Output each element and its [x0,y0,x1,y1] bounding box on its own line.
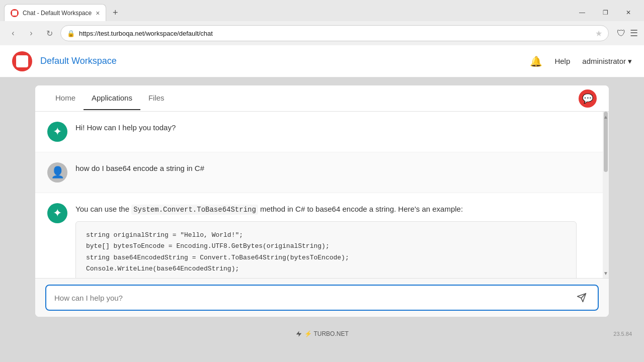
window-controls: — ❐ ✕ [571,5,640,21]
tab-favicon [11,9,19,17]
maximize-button[interactable]: ❐ [594,5,617,21]
header-right: 🔔 Help administrator ▾ [530,55,632,67]
input-area [35,278,609,317]
address-bar: ‹ › ↻ 🔒 https://test.turboqa.net/workspa… [0,21,644,45]
forward-button[interactable]: › [24,26,38,40]
code-line: Console.WriteLine(base64EncodedString); [86,263,566,275]
notifications-bell[interactable]: 🔔 [530,55,542,67]
code-line: string originalString = "Hello, World!"; [86,230,566,241]
menu-icon[interactable]: ☰ [630,28,638,39]
code-line: string base64EncodedString = Convert.ToB… [86,252,566,263]
user-avatar: 👤 [47,162,67,183]
refresh-button[interactable]: ↻ [42,26,56,40]
message-suffix: method in C# to base64 encode a string. … [258,205,463,213]
app-header: Default Workspace 🔔 Help administrator ▾ [0,45,644,77]
admin-label: administrator [582,57,626,65]
tab-home[interactable]: Home [47,86,84,110]
footer-logo: ⚡ TURBO.NET [295,330,348,337]
tab-close-button[interactable]: × [96,10,100,17]
version-text: 23.5.84 [613,331,632,337]
user-icon: 👤 [51,166,64,179]
message-content: how do I base64 encode a string in C# [75,162,597,174]
chat-bubble-icon: 💬 [582,93,593,104]
chat-input[interactable] [54,294,568,302]
ai-avatar: ✦ [47,122,67,142]
gpt-icon: ✦ [53,207,62,220]
app-logo[interactable] [12,51,32,71]
admin-dropdown[interactable]: administrator ▾ [582,57,632,66]
url-text: https://test.turboqa.net/workspace/defau… [79,30,591,37]
code-line: byte[] bytesToEncode = Encoding.UTF8.Get… [86,241,566,252]
chat-toggle-icon[interactable]: 💬 [579,89,597,108]
admin-arrow: ▾ [628,57,632,66]
message-row: ✦ You can use the System.Convert.ToBase6… [35,193,609,278]
input-box [45,285,599,311]
gpt-icon: ✦ [53,125,62,138]
inline-code: System.Convert.ToBase64String [131,205,258,215]
scroll-up-arrow[interactable]: ▲ [603,112,608,122]
help-link[interactable]: Help [554,57,570,65]
message-content: You can use the System.Convert.ToBase64S… [75,203,597,278]
ai-avatar: ✦ [47,203,67,223]
back-button[interactable]: ‹ [6,26,20,40]
chat-container: Home Applications Files 💬 ▲ ▼ ✦ [35,85,609,317]
chat-nav-tabs: Home Applications Files 💬 [35,85,609,112]
minimize-button[interactable]: — [571,5,594,21]
message-text: how do I base64 encode a string in C# [75,164,204,172]
messages-area: ▲ ▼ ✦ Hi! How can I help you today? 👤 ho… [35,112,609,278]
close-button[interactable]: ✕ [617,5,640,21]
scrollbar-track: ▲ ▼ [603,112,609,278]
tab-bar: Chat - Default Workspace × + — ❐ ✕ [0,0,644,21]
message-row: 👤 how do I base64 encode a string in C# [35,152,609,193]
toolbar-right: 🛡 ☰ [617,28,638,39]
scroll-down-arrow[interactable]: ▼ [603,268,608,278]
message-row: ✦ Hi! How can I help you today? [35,112,609,152]
tab-title: Chat - Default Workspace [23,10,92,17]
shield-icon[interactable]: 🛡 [617,28,626,39]
new-tab-button[interactable]: + [108,6,122,20]
tab-applications[interactable]: Applications [84,86,140,110]
send-button[interactable] [574,290,590,306]
code-block: string originalString = "Hello, World!";… [75,221,577,278]
tab-files[interactable]: Files [140,86,173,110]
message-content: Hi! How can I help you today? [75,122,597,134]
send-icon [577,293,587,303]
footer-text: ⚡ TURBO.NET [304,330,348,337]
footer: ⚡ TURBO.NET 23.5.84 [0,325,644,343]
active-tab[interactable]: Chat - Default Workspace × [4,4,106,21]
url-bar[interactable]: 🔒 https://test.turboqa.net/workspace/def… [60,25,609,41]
message-prefix: You can use the [75,205,131,213]
page-bg: Home Applications Files 💬 ▲ ▼ ✦ [0,77,644,325]
browser-chrome: Chat - Default Workspace × + — ❐ ✕ ‹ › ↻… [0,0,644,45]
workspace-name[interactable]: Default Workspace [40,56,117,66]
message-text: Hi! How can I help you today? [75,123,176,132]
turbo-logo-icon [295,330,302,337]
